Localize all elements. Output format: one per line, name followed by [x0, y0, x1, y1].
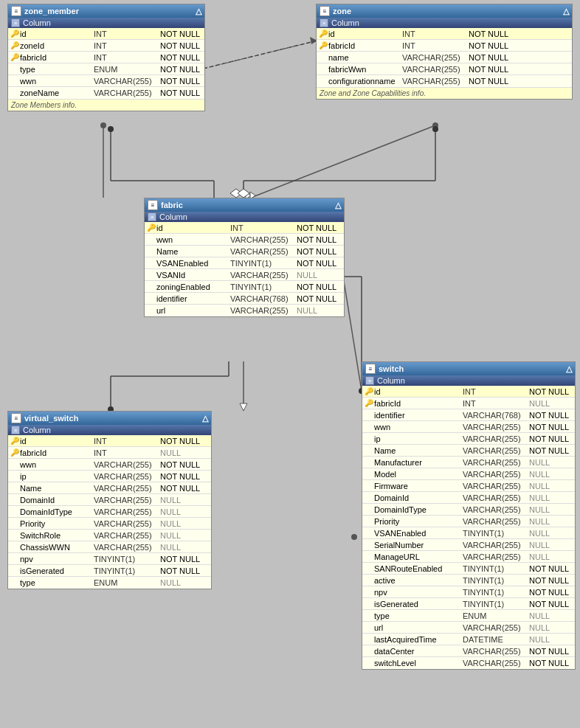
diagram-canvas: zone: dashed line --> fabric: line down …	[0, 0, 580, 728]
table-body-zone: 🔑 id INT NOT NULL 🔑 fabricId INT NOT NUL…	[317, 28, 572, 87]
table-row: configurationname VARCHAR(255) NOT NULL	[317, 75, 572, 87]
svg-line-4	[251, 125, 435, 198]
table-row: identifier VARCHAR(768) NOT NULL	[145, 293, 344, 305]
svg-point-5	[432, 122, 438, 128]
svg-point-11	[351, 534, 357, 540]
table-row: ip VARCHAR(255) NOT NULL	[362, 433, 575, 445]
pk-icon: 🔑	[364, 387, 374, 395]
col-subicon: ≡	[148, 212, 156, 221]
expand-icon[interactable]: △	[196, 7, 201, 16]
fk-icon: 🔑	[318, 41, 328, 49]
table-header-fabric[interactable]: ≡ fabric △	[145, 198, 344, 212]
table-body-fabric: 🔑 id INT NOT NULL wwn VARCHAR(255) NOT N…	[145, 222, 344, 316]
table-switch: ≡ switch △ ≡ Column 🔑 id INT NOT NULL 🔑 …	[362, 361, 576, 670]
table-row: ManageURL VARCHAR(255) NULL	[362, 551, 575, 563]
fk-icon: 🔑	[10, 53, 20, 61]
svg-point-3	[100, 122, 106, 128]
table-row: type ENUM NULL	[362, 610, 575, 622]
table-row: isGenerated TINYINT(1) NOT NULL	[362, 598, 575, 610]
table-title: zone	[333, 7, 351, 15]
col-subicon: ≡	[11, 18, 20, 27]
table-row: npv TINYINT(1) NOT NULL	[8, 553, 211, 565]
table-row: 🔑 zoneId INT NOT NULL	[8, 40, 204, 52]
table-row: DomainIdType VARCHAR(255) NULL	[8, 506, 211, 518]
column-subheader: ≡ Column	[8, 18, 204, 28]
col-subheader-label: Column	[377, 376, 405, 385]
col-subheader-label: Column	[23, 426, 51, 434]
table-row: fabricWwn VARCHAR(255) NOT NULL	[317, 63, 572, 75]
expand-icon[interactable]: △	[563, 7, 569, 16]
column-subheader: ≡ Column	[145, 212, 344, 222]
table-row: zoningEnabled TINYINT(1) NOT NULL	[145, 281, 344, 293]
svg-line-10	[343, 277, 362, 391]
table-row: Priority VARCHAR(255) NULL	[8, 518, 211, 530]
table-icon: ≡	[11, 413, 21, 423]
table-row: 🔑 fabricId INT NOT NULL	[317, 40, 572, 52]
table-footer: Zone Members info.	[8, 99, 204, 111]
table-row: Firmware VARCHAR(255) NULL	[362, 480, 575, 492]
fk-icon: 🔑	[10, 448, 20, 457]
table-header-zone[interactable]: ≡ zone △	[317, 4, 572, 18]
table-title: switch	[379, 364, 404, 373]
table-row: DomainId VARCHAR(255) NULL	[362, 492, 575, 504]
table-row: url VARCHAR(255) NULL	[145, 305, 344, 316]
table-row: 🔑 id INT NOT NULL	[317, 28, 572, 40]
table-virtual-switch: ≡ virtual_switch △ ≡ Column 🔑 id INT NOT…	[7, 411, 212, 589]
table-row: ChassisWWN VARCHAR(255) NULL	[8, 541, 211, 553]
table-body-switch: 🔑 id INT NOT NULL 🔑 fabricId INT NULL id…	[362, 386, 575, 669]
table-row: DomainId VARCHAR(255) NULL	[8, 494, 211, 506]
table-row: DomainIdType VARCHAR(255) NULL	[362, 504, 575, 516]
svg-point-16	[108, 126, 114, 132]
table-row: dataCenter VARCHAR(255) NOT NULL	[362, 645, 575, 657]
table-row: zoneName VARCHAR(255) NOT NULL	[8, 87, 204, 99]
table-icon: ≡	[365, 364, 376, 374]
table-row: switchLevel VARCHAR(255) NOT NULL	[362, 657, 575, 669]
table-header-virtual-switch[interactable]: ≡ virtual_switch △	[8, 412, 211, 425]
table-body-zone-member: 🔑 id INT NOT NULL 🔑 zoneId INT NOT NULL …	[8, 28, 204, 99]
pk-icon: 🔑	[318, 30, 328, 38]
column-subheader: ≡ Column	[317, 18, 572, 28]
col-subicon: ≡	[320, 18, 328, 27]
table-row: npv TINYINT(1) NOT NULL	[362, 586, 575, 598]
table-row: 🔑 id INT NOT NULL	[8, 435, 211, 447]
table-header-switch[interactable]: ≡ switch △	[362, 362, 575, 375]
table-row: url VARCHAR(255) NULL	[362, 622, 575, 634]
col-subicon: ≡	[365, 376, 374, 385]
pk-icon: 🔑	[10, 437, 20, 445]
col-subicon: ≡	[11, 426, 20, 434]
expand-icon[interactable]: △	[335, 201, 341, 210]
table-row: Manufacturer VARCHAR(255) NULL	[362, 457, 575, 468]
table-row: Priority VARCHAR(255) NULL	[362, 516, 575, 527]
svg-marker-21	[230, 189, 242, 198]
svg-marker-22	[238, 189, 249, 198]
table-row: wwn VARCHAR(255) NOT NULL	[362, 421, 575, 433]
svg-point-20	[432, 126, 438, 132]
table-zone-member: ≡ zone_member △ ≡ Column 🔑 id INT NOT NU…	[7, 4, 205, 111]
table-row: name VARCHAR(255) NOT NULL	[317, 52, 572, 63]
expand-icon[interactable]: △	[202, 414, 208, 423]
table-row: SwitchRole VARCHAR(255) NULL	[8, 530, 211, 541]
table-icon: ≡	[11, 6, 21, 16]
column-subheader: ≡ Column	[8, 425, 211, 435]
table-footer: Zone and Zone Capabilities info.	[317, 87, 572, 99]
table-row: Model VARCHAR(255) NULL	[362, 468, 575, 480]
fk-icon: 🔑	[10, 41, 20, 49]
table-row: Name VARCHAR(255) NOT NULL	[145, 246, 344, 257]
col-subheader-label: Column	[331, 18, 359, 27]
table-fabric: ≡ fabric △ ≡ Column 🔑 id INT NOT NULL ww…	[144, 198, 345, 317]
table-body-virtual-switch: 🔑 id INT NOT NULL 🔑 fabricId INT NULL ww…	[8, 435, 211, 589]
table-icon: ≡	[148, 200, 158, 210]
table-header-zone-member[interactable]: ≡ zone_member △	[8, 4, 204, 18]
table-row: ip VARCHAR(255) NOT NULL	[8, 471, 211, 482]
pk-icon: 🔑	[10, 30, 20, 38]
svg-line-0	[203, 41, 317, 69]
table-row: 🔑 fabricId INT NULL	[8, 447, 211, 459]
table-row: active TINYINT(1) NOT NULL	[362, 575, 575, 586]
expand-icon[interactable]: △	[566, 364, 572, 374]
table-zone: ≡ zone △ ≡ Column 🔑 id INT NOT NULL 🔑 fa…	[316, 4, 573, 100]
table-row: VSANEnabled TINYINT(1) NOT NULL	[145, 257, 344, 269]
table-row: 🔑 id INT NOT NULL	[8, 28, 204, 40]
column-subheader: ≡ Column	[362, 375, 575, 386]
svg-marker-9	[240, 403, 247, 411]
table-row: Name VARCHAR(255) NOT NULL	[362, 445, 575, 457]
